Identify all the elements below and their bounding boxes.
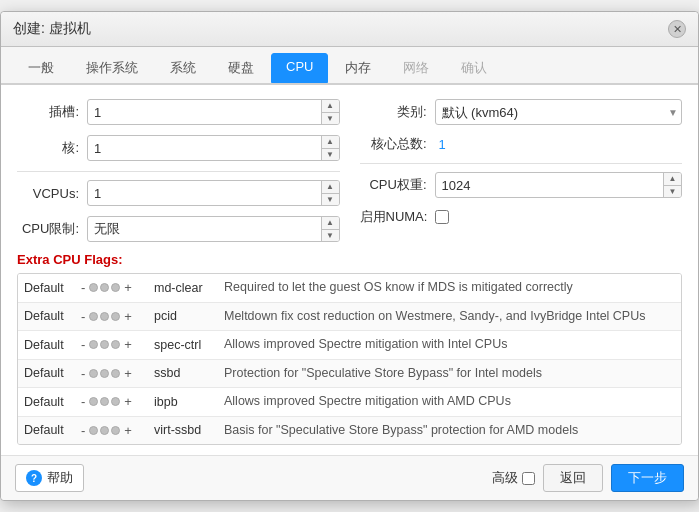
tab-network: 网络 [388,53,444,83]
flag-toggle-1[interactable]: - + [73,302,148,331]
total-cores-label: 核心总数: [360,135,435,153]
toggle-plus-5[interactable]: + [122,423,134,438]
flag-desc-2: Allows improved Spectre mitigation with … [218,331,681,360]
toggle-minus-5[interactable]: - [79,423,87,438]
toggle-minus-0[interactable]: - [79,280,87,295]
flag-default-1: Default [18,302,73,331]
flag-desc-3: Protection for "Speculative Store Bypass… [218,359,681,388]
vcpus-row: VCPUs: ▲ ▼ [17,180,340,206]
socket-spin-up[interactable]: ▲ [322,100,339,113]
type-select[interactable]: 默认 (kvm64) [435,99,683,125]
cpu-limit-spin-up[interactable]: ▲ [322,217,339,230]
help-icon: ? [26,470,42,486]
tab-cpu[interactable]: CPU [271,53,328,83]
vcpus-input-wrap: ▲ ▼ [87,180,340,206]
tab-confirm: 确认 [446,53,502,83]
cpu-weight-spin-up[interactable]: ▲ [664,173,681,186]
cpu-limit-spin-down[interactable]: ▼ [322,230,339,242]
next-button[interactable]: 下一步 [611,464,684,492]
toggle-minus-3[interactable]: - [79,366,87,381]
content-area: 插槽: ▲ ▼ 核: ▲ [1,85,698,455]
dialog-title: 创建: 虚拟机 [13,20,91,38]
cpu-weight-label: CPU权重: [360,176,435,194]
flag-default-3: Default [18,359,73,388]
cores-label: 核: [17,139,87,157]
flag-name-2: spec-ctrl [148,331,218,360]
flag-toggle-4[interactable]: - + [73,388,148,417]
cpu-weight-input[interactable] [435,172,683,198]
flags-title: Extra CPU Flags: [17,252,682,267]
vcpus-spin-down[interactable]: ▼ [322,194,339,206]
flags-table-wrap: Default - + md-clear Required to let the… [17,273,682,445]
type-label: 类别: [360,103,435,121]
tab-memory[interactable]: 内存 [330,53,386,83]
help-button[interactable]: ? 帮助 [15,464,84,492]
flags-row: Default - + ssbd Protection for "Specula… [18,359,681,388]
cpu-limit-wrap: ▲ ▼ [87,216,340,242]
toggle-minus-2[interactable]: - [79,337,87,352]
flag-toggle-0[interactable]: - + [73,274,148,302]
toggle-dots-3 [89,369,120,378]
back-button[interactable]: 返回 [543,464,603,492]
flag-toggle-3[interactable]: - + [73,359,148,388]
tab-disk[interactable]: 硬盘 [213,53,269,83]
flags-row: Default - + virt-ssbd Basis for "Specula… [18,416,681,444]
toggle-minus-1[interactable]: - [79,309,87,324]
cpu-weight-row: CPU权重: ▲ ▼ [360,172,683,198]
form-grid: 插槽: ▲ ▼ 核: ▲ [17,99,682,252]
tab-os[interactable]: 操作系统 [71,53,153,83]
cores-input[interactable] [87,135,340,161]
numa-checkbox[interactable] [435,210,449,224]
cpu-weight-spinner: ▲ ▼ [663,173,681,197]
socket-spin-down[interactable]: ▼ [322,113,339,125]
cores-spin-down[interactable]: ▼ [322,149,339,161]
tab-general[interactable]: 一般 [13,53,69,83]
flag-default-5: Default [18,416,73,444]
advanced-checkbox[interactable] [522,472,535,485]
toggle-plus-0[interactable]: + [122,280,134,295]
extra-flags-section: Extra CPU Flags: Default - + md-cle [17,252,682,445]
flags-row: Default - + pcid Meltdown fix cost reduc… [18,302,681,331]
flag-desc-4: Allows improved Spectre mitigation with … [218,388,681,417]
tab-system[interactable]: 系统 [155,53,211,83]
advanced-wrap: 高级 [492,469,535,487]
cores-spin-up[interactable]: ▲ [322,136,339,149]
toggle-plus-2[interactable]: + [122,337,134,352]
toggle-dot-1-3 [89,369,98,378]
toggle-dot-3-4 [111,397,120,406]
flags-table: Default - + md-clear Required to let the… [18,274,681,444]
toggle-plus-3[interactable]: + [122,366,134,381]
numa-checkbox-wrap [435,210,449,224]
toggle-dot-1-4 [89,397,98,406]
socket-input[interactable] [87,99,340,125]
flag-toggle-5[interactable]: - + [73,416,148,444]
flag-desc-5: Basis for "Speculative Store Bypass" pro… [218,416,681,444]
flag-toggle-2[interactable]: - + [73,331,148,360]
footer-right: 高级 返回 下一步 [492,464,684,492]
cpu-limit-input[interactable] [87,216,340,242]
flags-row: Default - + md-clear Required to let the… [18,274,681,302]
advanced-label: 高级 [492,469,518,487]
socket-label: 插槽: [17,103,87,121]
cores-row: 核: ▲ ▼ [17,135,340,161]
vcpus-input[interactable] [87,180,340,206]
toggle-dot-3-3 [111,369,120,378]
vcpus-spin-up[interactable]: ▲ [322,181,339,194]
cpu-limit-spinner: ▲ ▼ [321,217,339,241]
flag-default-2: Default [18,331,73,360]
numa-row: 启用NUMA: [360,208,683,226]
flag-desc-1: Meltdown fix cost reduction on Westmere,… [218,302,681,331]
cpu-weight-spin-down[interactable]: ▼ [664,186,681,198]
vcpus-label: VCPUs: [17,186,87,201]
toggle-plus-4[interactable]: + [122,394,134,409]
toggle-plus-1[interactable]: + [122,309,134,324]
footer: ? 帮助 高级 返回 下一步 [1,455,698,500]
socket-spinner: ▲ ▼ [321,100,339,124]
type-row: 类别: 默认 (kvm64) ▼ [360,99,683,125]
toggle-dot-2-3 [100,369,109,378]
flag-name-1: pcid [148,302,218,331]
flags-scroll[interactable]: Default - + md-clear Required to let the… [18,274,681,444]
toggle-minus-4[interactable]: - [79,394,87,409]
close-button[interactable]: ✕ [668,20,686,38]
cpu-limit-row: CPU限制: ▲ ▼ [17,216,340,242]
